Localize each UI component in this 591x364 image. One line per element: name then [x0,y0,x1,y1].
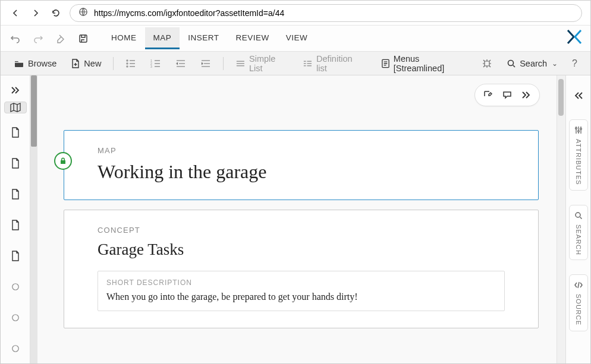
search-label: Search [520,59,547,68]
save-button[interactable] [77,32,90,45]
app-menubar: HOME MAP INSERT REVIEW VIEW [1,26,590,52]
globe-icon [78,7,88,18]
map-card[interactable]: MAP Working in the garage [64,130,539,200]
tab-review[interactable]: REVIEW [228,27,278,49]
numbered-list-button[interactable]: 123 [146,56,166,71]
svg-point-12 [12,315,18,321]
svg-point-13 [12,346,18,352]
simple-list-label: Simple List [249,54,288,73]
expand-left-rail-button[interactable] [4,86,27,94]
app-toolbar: Browse New 123 Simple List Definition li… [1,52,590,75]
shortdesc-body[interactable]: When you go into the garage, be prepared… [106,292,496,302]
simple-list-button[interactable]: Simple List [231,51,293,76]
tab-insert[interactable]: INSERT [180,27,227,49]
shortdesc-block[interactable]: SHORT DESCRIPTION When you go into the g… [98,271,505,311]
expand-right-button[interactable] [518,87,535,103]
reload-button[interactable] [49,7,62,20]
floating-toolbar [474,84,540,106]
browser-chrome [1,1,590,26]
brand-logo [567,29,582,48]
lock-icon [54,152,72,170]
doc-item-4[interactable] [4,214,27,236]
chevron-down-icon: ⌄ [552,59,558,68]
svg-point-4 [127,66,128,67]
svg-point-15 [575,128,577,129]
tab-view[interactable]: VIEW [278,27,316,49]
unresolved-item-2[interactable] [4,307,27,328]
unresolved-item-1[interactable] [4,276,27,297]
left-scrollbar[interactable] [30,75,37,363]
source-panel-label: SOURCE [575,294,582,325]
left-rail [1,75,30,363]
map-title[interactable]: Working in the garage [98,161,505,183]
svg-point-10 [508,60,514,65]
shortdesc-label: SHORT DESCRIPTION [106,278,496,287]
doc-item-2[interactable] [4,153,27,174]
right-rail: ATTRIBUTES SEARCH SOURCE [565,75,590,363]
map-view-button[interactable] [4,102,27,113]
new-label: New [84,59,101,68]
tab-map[interactable]: MAP [145,27,180,49]
svg-point-17 [580,128,581,130]
svg-point-11 [12,284,18,290]
search-panel-button[interactable]: SEARCH [569,205,588,261]
svg-point-16 [577,131,579,132]
svg-rect-1 [80,35,87,42]
doc-item-3[interactable] [4,183,27,205]
menus-button[interactable]: Menus [Streamlined] [376,51,472,76]
doc-item-5[interactable] [4,245,27,267]
url-input[interactable] [94,8,573,18]
unresolved-item-3[interactable] [4,338,27,359]
editor-canvas[interactable]: MAP Working in the garage CONCEPT Garage… [37,75,557,363]
svg-point-2 [127,60,128,61]
code-icon [573,280,584,290]
separator [113,57,114,70]
sliders-icon [573,125,584,135]
processor-button[interactable] [477,55,497,72]
right-scrollbar[interactable] [557,75,565,363]
concept-eyebrow: CONCEPT [98,226,505,235]
scrollbar-thumb[interactable] [558,79,564,116]
source-panel-button[interactable]: SOURCE [569,274,588,331]
help-button[interactable]: ? [567,58,582,69]
concept-card[interactable]: CONCEPT Garage Tasks SHORT DESCRIPTION W… [64,210,539,328]
definition-list-button[interactable]: Definition list [298,51,367,76]
menus-label: Menus [Streamlined] [394,54,467,73]
forward-button[interactable] [29,7,42,20]
search-button[interactable]: Search ⌄ [502,56,562,71]
attributes-label: ATTRIBUTES [575,139,582,185]
comment-button[interactable] [499,87,515,103]
svg-rect-9 [485,61,489,66]
back-button[interactable] [9,7,22,20]
edit-button[interactable] [480,87,496,103]
editor-area: MAP Working in the garage CONCEPT Garage… [30,75,565,363]
indent-button[interactable] [196,56,216,71]
doc-item-1[interactable] [4,122,27,143]
browse-button[interactable]: Browse [9,56,61,71]
workspace: MAP Working in the garage CONCEPT Garage… [1,75,590,363]
concept-title[interactable]: Garage Tasks [98,240,505,259]
definition-list-label: Definition list [316,54,362,73]
menubar-tabs: HOME MAP INSERT REVIEW VIEW [103,27,316,49]
clear-button[interactable] [54,32,67,45]
svg-text:3: 3 [150,65,152,68]
new-button[interactable]: New [66,55,106,72]
search-panel-label: SEARCH [575,224,582,255]
collapse-right-rail-button[interactable] [569,86,588,105]
bulleted-list-button[interactable] [121,56,141,71]
undo-button[interactable] [9,32,22,45]
search-icon [573,210,584,221]
tab-home[interactable]: HOME [103,27,145,49]
scrollbar-thumb[interactable] [31,75,37,147]
svg-point-3 [127,63,128,64]
svg-point-18 [576,213,580,217]
attributes-panel-button[interactable]: ATTRIBUTES [569,119,588,191]
map-eyebrow: MAP [98,146,505,155]
outdent-button[interactable] [171,56,191,71]
browse-label: Browse [28,59,56,68]
separator [223,57,224,70]
url-bar[interactable] [70,4,582,22]
redo-button[interactable] [32,32,45,45]
